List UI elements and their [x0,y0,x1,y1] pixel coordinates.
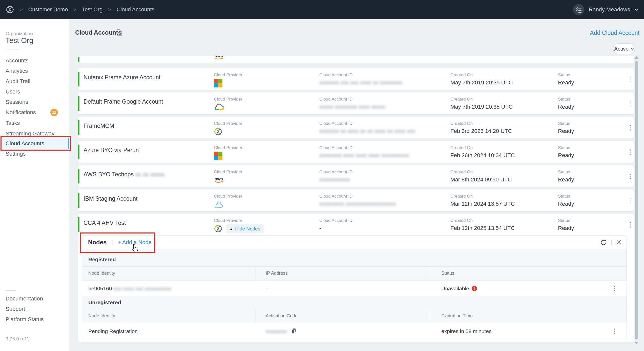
created-on-value: Feb 12th 2025 13:54 UTC [450,225,515,231]
scrollbar-thumb[interactable] [635,61,638,339]
breadcrumb-separator: > [73,7,76,13]
cloud-account-row: AWS BYO Techops xx xx xxxxx Cloud Provid… [78,165,634,187]
node-actions-menu[interactable] [611,284,617,293]
node-identity: Pending Registration [88,328,138,334]
scrollbar-up-arrow[interactable] [634,56,639,59]
column-divider [256,309,256,323]
status-value: Ready [558,225,574,231]
account-id-label: Cloud Account ID [319,73,402,78]
row-actions-menu[interactable] [627,75,633,84]
row-accent-bar [78,217,79,232]
unregistered-node-row: Pending Registration xxxxxxxx expires in… [82,323,627,339]
col-ip-address: IP Address [266,271,288,276]
created-on-label: Created On [450,218,515,223]
chevron-down-icon [634,8,638,11]
add-cloud-account-button[interactable]: Add Cloud Account [590,30,639,36]
scrollbar-down-arrow[interactable] [634,342,639,344]
node-status: Unavailable! [441,286,477,292]
sidebar-link-support[interactable]: Support [0,305,69,313]
account-id-label: Cloud Account ID [319,218,352,223]
sidebar-item-tasks[interactable]: Tasks [0,119,69,127]
app-cube-icon[interactable] [6,5,14,14]
account-name: FrameMCM [84,123,114,129]
chevron-down-icon [631,48,634,50]
row-actions-menu[interactable] [627,148,633,157]
column-divider [431,309,431,323]
sidebar: Organization Test Org Accounts Analytics… [0,19,69,351]
nodes-panel: Nodes | + Add a Node | Registered Node I… [82,236,627,339]
sidebar-item-audit-trail[interactable]: Audit Trail [0,77,69,85]
status-value: Ready [558,104,574,110]
node-actions-menu[interactable] [611,327,617,336]
account-id-redacted: xxxxx xxxxxxxx xxxx xxxxx [319,104,385,110]
account-name: Default Frame Google Account [84,98,163,105]
row-accent-bar [78,120,79,135]
sidebar-item-analytics[interactable]: Analytics [0,67,69,75]
row-actions-menu[interactable] [627,123,633,132]
breadcrumb: > Customer Demo > Test Org > Cloud Accou… [6,0,154,19]
svg-text:aws: aws [215,176,223,181]
breadcrumb-test-org[interactable]: Test Org [82,7,102,13]
sidebar-link-documentation[interactable]: Documentation [0,295,69,302]
provider-label: Cloud Provider [214,170,242,175]
svg-text:aws: aws [215,56,223,58]
row-accent-bar [78,169,79,183]
account-id-label: Cloud Account ID [319,121,415,126]
close-nodes-button[interactable] [616,240,621,245]
row-actions-menu[interactable] [627,99,633,108]
account-id-label: Cloud Account ID [319,194,396,199]
status-label: Status [558,170,574,175]
provider-label: Cloud Provider [214,218,242,223]
sidebar-item-settings[interactable]: Settings [0,150,69,158]
triangle-up-icon: ▲ [230,227,233,231]
created-on-value: May 7th 2019 20:35 UTC [450,104,513,110]
created-on-label: Created On [450,121,512,126]
sidebar-item-users[interactable]: Users [0,88,69,96]
copy-icon[interactable] [291,328,296,335]
microsoft-icon [214,79,222,88]
created-on-value: Mar 12th 2024 13:57 UTC [450,201,515,207]
account-name: CCA 4 AHV Test [84,220,126,226]
account-id-label: Cloud Account ID [319,170,352,175]
hide-nodes-button[interactable]: ▲ Hide Nodes [226,224,264,233]
ibm-cloud-icon [214,200,223,210]
aws-icon: aws [214,176,225,185]
cloud-account-row-clipped: aws [78,56,634,63]
col-expiration-time: Expiration Time [441,313,473,319]
sidebar-item-streaming-gateway[interactable]: Streaming Gateway [0,130,69,138]
status-label: Status [558,121,574,126]
sidebar-link-platform-status[interactable]: Platform Status [0,316,69,323]
account-id-label: Cloud Account ID [319,97,385,102]
account-id-redacted: xxxxxxxxxxx [319,176,350,183]
org-name: Test Org [6,36,33,45]
created-on-label: Created On [450,145,515,150]
account-id-redacted: xxxxxxx xxx xxx xxxx xx xxxxxxxx [319,79,402,86]
registered-node-row: be905160-xxx xxxx xxx xxxxxxxxxx - Unava… [82,280,627,296]
node-activation-code: xxxxxxxx [266,328,296,335]
add-node-button[interactable]: + Add a Node [118,239,152,246]
divider [82,309,627,309]
sidebar-item-notifications[interactable]: Notifications 11 [0,108,69,116]
breadcrumb-cloud-accounts[interactable]: Cloud Accounts [117,7,154,13]
sidebar-item-sessions[interactable]: Sessions [0,98,69,106]
row-actions-menu[interactable] [627,172,633,181]
nodes-title: Nodes [88,239,107,246]
created-on-label: Created On [450,97,513,102]
cloud-account-row: Default Frame Google Account Cloud Provi… [78,92,634,114]
row-accent-bar [78,72,79,86]
user-menu[interactable]: Randy Meadows [573,0,638,19]
account-name-redacted: xx xx xxxxx [135,171,165,178]
documentation-page-icon[interactable] [117,29,122,37]
row-actions-menu[interactable] [627,196,633,205]
sidebar-item-cloud-accounts[interactable]: Cloud Accounts [0,139,69,148]
breadcrumb-customer-demo[interactable]: Customer Demo [28,7,68,13]
node-expiration-time: expires in 58 minutes [441,328,491,334]
user-avatar[interactable] [573,4,584,15]
status-filter-dropdown[interactable]: Active [613,43,635,54]
sidebar-item-accounts[interactable]: Accounts [0,57,69,65]
row-actions-menu[interactable] [627,220,633,229]
nodes-panel-header: Nodes | + Add a Node | [82,236,627,249]
refresh-button[interactable] [600,239,607,246]
status-value: Ready [558,79,574,86]
status-label: Status [558,145,574,150]
